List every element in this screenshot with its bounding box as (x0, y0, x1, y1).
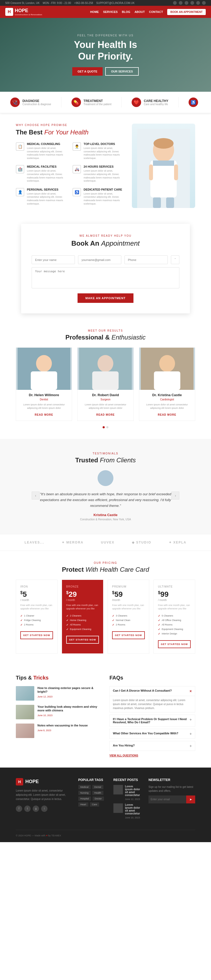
footer-tag-2[interactable]: Nursing (78, 791, 91, 795)
plan-premium-feature-2: 2 Rooms (112, 623, 145, 627)
footer-facebook-icon[interactable]: f (16, 805, 22, 812)
team-member-2-read-more[interactable]: READ MORE (158, 413, 176, 416)
team-grid: Dr. Helen Willmore Dentist Lorem ipsum d… (16, 347, 195, 421)
plan-iron-name: IRON (20, 585, 53, 588)
footer-post-1-title: Lorem ipsum dolor sit amet consectetur (125, 803, 141, 815)
faq-title: FAQs (109, 675, 195, 681)
footer-tag-0[interactable]: Medical (78, 785, 91, 789)
svg-point-5 (153, 138, 174, 149)
footer-tag-1[interactable]: Dental (92, 785, 103, 789)
pricing-section: OUR PRICING Protect With Health Care Car… (0, 551, 211, 664)
appt-name-input[interactable] (32, 255, 75, 264)
faq-expand-3[interactable]: + (190, 744, 192, 748)
plan-iron-feature-0: 1 Cleaner (20, 614, 53, 618)
appt-form (32, 255, 179, 264)
faq-item-0: Can I Get A Divorce Without A Consultant… (109, 686, 195, 713)
testimonial-next-button[interactable]: › (171, 492, 179, 500)
appt-date-input[interactable] (171, 255, 179, 264)
svg-rect-2 (150, 161, 177, 197)
footer-twitter-icon[interactable]: t (24, 805, 30, 812)
tip-0-image (16, 686, 34, 701)
footer-tag-3[interactable]: Health (92, 791, 103, 795)
tip-2-date: June 8, 2023 (37, 729, 51, 732)
counseling-text: MEDICAL COUNSELING Lorem ipsum dolor sit… (27, 142, 67, 160)
google-icon[interactable] (185, 1, 188, 5)
faq-question-0[interactable]: Can I Get A Divorce Without A Consultant… (110, 686, 195, 696)
nav-services[interactable]: SERVICES (103, 10, 118, 13)
nav-contact[interactable]: CONTACT (149, 10, 163, 13)
plan-premium-feature-1: Normal Clean (112, 618, 145, 623)
plan-ultimate-feature-2: All Rooms (158, 623, 191, 627)
logo[interactable]: H HOPE Construction & Renovation (5, 8, 42, 16)
appt-message-input[interactable] (32, 267, 179, 288)
dot-2[interactable] (106, 426, 109, 428)
linkedin-icon[interactable] (202, 1, 206, 5)
footer-posts-col: RECENT POSTS Lorem ipsum dolor sit amet … (113, 778, 141, 822)
footer-tag-5[interactable]: Doctor (93, 797, 104, 801)
facebook-icon[interactable] (173, 1, 177, 5)
newsletter-email-input[interactable] (149, 795, 186, 803)
footer-tag-4[interactable]: Hospital (78, 797, 91, 801)
team-member-2: Dr. Kristina Castle Cardiologist Lorem i… (139, 347, 195, 421)
dot-1[interactable] (102, 426, 105, 428)
get-quote-button[interactable]: GET A QUOTE (72, 67, 102, 76)
tip-1-image (16, 705, 34, 719)
faq-item-1: If I Have a Technical Problem Or Support… (109, 714, 195, 727)
faq-question-1[interactable]: If I Have a Technical Problem Or Support… (110, 715, 195, 726)
faq-question-2[interactable]: What Other Services Are You Compatible W… (110, 729, 195, 738)
appt-email-input[interactable] (78, 255, 121, 264)
plan-premium-cta-button[interactable]: GET STARTED NOW (112, 631, 145, 639)
pinterest-icon[interactable] (190, 1, 194, 5)
partner-studio: ◆ STUDIO (132, 541, 151, 544)
plan-iron-cta-button[interactable]: GET STARTED NOW (20, 631, 53, 639)
team-member-2-desc: Lorem ipsum dolor sit amet consectetur a… (139, 403, 195, 410)
appt-phone-input[interactable] (125, 255, 168, 264)
footer-posts-title: RECENT POSTS (113, 778, 141, 782)
plan-bronze-price: $29 (66, 590, 99, 598)
appt-title: Book An Appointment (32, 239, 179, 248)
footer-tag-6[interactable]: Heart (78, 802, 88, 807)
nav-about[interactable]: ABOUT (134, 10, 145, 13)
faq-question-3[interactable]: Are You Hiring? + (110, 741, 195, 751)
our-services-button[interactable]: OUR SERVICES (105, 67, 139, 76)
nav-blog[interactable]: BLOG (122, 10, 130, 13)
plan-bronze-cta-button[interactable]: GET STARTED NOW (66, 636, 99, 644)
instagram-icon[interactable] (196, 1, 200, 5)
footer-grid: H HOPE Lorem ipsum dolor sit amet, conse… (16, 778, 195, 822)
testimonial-prev-button[interactable]: ‹ (32, 492, 40, 500)
counseling-icon: 📋 (16, 142, 24, 151)
faq-expand-1[interactable]: + (190, 718, 192, 724)
team-member-1-read-more[interactable]: READ MORE (96, 413, 115, 416)
partner-leaves: LEAVES... (24, 541, 44, 544)
doctors-text: TOP-LEVEL DOCTORS Lorem ipsum dolor sit … (84, 142, 124, 160)
appt-submit-button[interactable]: MAKE AN APPOINTMENT (78, 293, 134, 303)
footer-instagram-icon[interactable]: i (41, 805, 48, 812)
team-member-0-role: Dentist (16, 398, 72, 401)
team-member-1-photo (78, 348, 133, 390)
footer-post-1-text: Lorem ipsum dolor sit amet consectetur J… (125, 803, 141, 819)
health-item-counseling: 📋 MEDICAL COUNSELING Lorem ipsum dolor s… (16, 142, 67, 160)
feature-diagnose-title: DIAGNOSE (22, 99, 51, 103)
patient-care-icon: ♿ (72, 188, 81, 196)
testimonials-section: TESTIMONIALS Trusted From Clients ‹ "It'… (0, 439, 211, 534)
nav-home[interactable]: HOME (90, 10, 99, 13)
faq-close-0[interactable]: × (190, 689, 192, 693)
tip-item-1: Your building look alway modern and shin… (16, 705, 102, 719)
tip-0-title: How to cleaning exterior pages secure & … (37, 686, 102, 694)
team-member-0-read-more[interactable]: READ MORE (35, 413, 53, 416)
top-bar: 500 Crescent St, London, UK MON - FRI: 9… (0, 0, 211, 6)
newsletter-submit-button[interactable]: ➤ (186, 795, 195, 803)
book-appointment-nav-button[interactable]: BOOK AN APPOINTMENT (167, 9, 206, 15)
faq-expand-2[interactable]: + (190, 732, 192, 736)
feature-treatment: 💊 TREATMENT Treatment of the patient (72, 97, 112, 108)
feature-diagnose-text: DIAGNOSE Construction & diagnose (22, 99, 51, 106)
personal-icon: 👤 (16, 188, 24, 196)
footer-tag-7[interactable]: Care (90, 802, 99, 807)
plan-ultimate-cta-button[interactable]: GET STARTED NOW (158, 640, 191, 648)
doctor-photo (132, 124, 195, 208)
footer-google-icon[interactable]: g (33, 805, 39, 812)
plan-ultimate-price: $99 (158, 590, 191, 598)
24hours-icon: 🚑 (72, 165, 81, 173)
faq-view-all-link[interactable]: VIEW ALL QUESTIONS (109, 754, 195, 757)
twitter-icon[interactable] (179, 1, 182, 5)
